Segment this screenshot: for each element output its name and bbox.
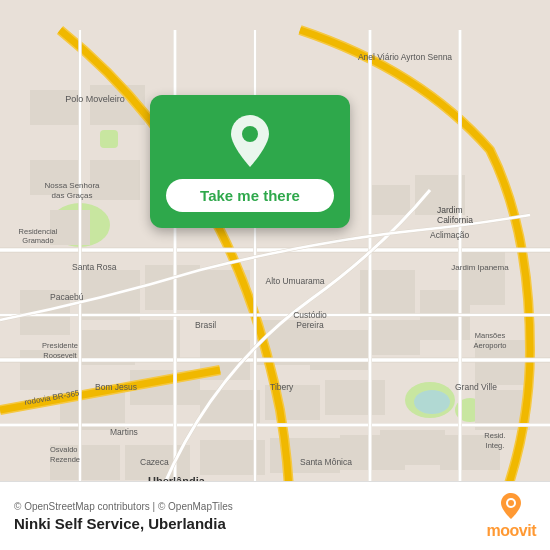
svg-text:Santa Rosa: Santa Rosa	[72, 262, 117, 272]
svg-text:Cazeca: Cazeca	[140, 457, 169, 467]
svg-rect-4	[100, 130, 118, 148]
svg-text:Rezende: Rezende	[50, 455, 80, 464]
svg-point-97	[508, 500, 514, 506]
place-name: Ninki Self Service, Uberlandia	[14, 515, 233, 532]
svg-text:Grand Ville: Grand Ville	[455, 382, 497, 392]
map-background: Polo Moveleiro Anel Viário Ayrton Senna …	[0, 0, 550, 550]
svg-text:Martins: Martins	[110, 427, 138, 437]
bottom-left: © OpenStreetMap contributors | © OpenMap…	[14, 501, 233, 532]
map-container: Polo Moveleiro Anel Viário Ayrton Senna …	[0, 0, 550, 550]
svg-text:Roosevelt: Roosevelt	[43, 351, 77, 360]
svg-point-5	[414, 390, 450, 414]
svg-text:Alto Umuarama: Alto Umuarama	[265, 276, 324, 286]
svg-rect-17	[200, 390, 260, 425]
svg-text:Resid.: Resid.	[484, 431, 505, 440]
moovit-pin-icon	[500, 492, 522, 520]
svg-rect-26	[370, 185, 410, 215]
svg-text:Gramado: Gramado	[22, 236, 53, 245]
svg-text:Aclimação: Aclimação	[430, 230, 469, 240]
svg-text:Mansões: Mansões	[475, 331, 506, 340]
svg-text:Pereira: Pereira	[296, 320, 324, 330]
svg-rect-13	[310, 330, 370, 370]
svg-text:Polo Moveleiro: Polo Moveleiro	[65, 94, 125, 104]
svg-text:Aeroporto: Aeroporto	[474, 341, 507, 350]
moovit-brand-text: moovit	[487, 522, 536, 540]
popup-card: Take me there	[150, 95, 350, 228]
svg-text:Nossa Senhora: Nossa Senhora	[44, 181, 100, 190]
svg-text:Bom Jesus: Bom Jesus	[95, 382, 137, 392]
svg-text:Anel Viário Ayrton Senna: Anel Viário Ayrton Senna	[358, 52, 452, 62]
svg-text:Custódio: Custódio	[293, 310, 327, 320]
svg-rect-14	[370, 320, 420, 355]
svg-text:das Graças: das Graças	[52, 191, 93, 200]
svg-point-95	[242, 126, 258, 142]
svg-text:Residencial: Residencial	[19, 227, 58, 236]
map-attribution: © OpenStreetMap contributors | © OpenMap…	[14, 501, 233, 512]
svg-rect-29	[90, 160, 140, 200]
location-pin-icon	[226, 113, 274, 169]
svg-text:Osvaldo: Osvaldo	[50, 445, 78, 454]
svg-text:Brasil: Brasil	[195, 320, 216, 330]
svg-rect-9	[130, 320, 180, 360]
svg-text:Presidente: Presidente	[42, 341, 78, 350]
svg-text:California: California	[437, 215, 473, 225]
moovit-logo: moovit	[487, 492, 536, 540]
svg-text:Jardim: Jardim	[437, 205, 463, 215]
bottom-bar: © OpenStreetMap contributors | © OpenMap…	[0, 481, 550, 550]
svg-text:Jardim Ipanema: Jardim Ipanema	[451, 263, 509, 272]
svg-text:Santa Mônica: Santa Mônica	[300, 457, 352, 467]
svg-rect-19	[325, 380, 385, 415]
svg-text:Tibery: Tibery	[270, 382, 294, 392]
svg-text:Integ.: Integ.	[486, 441, 505, 450]
svg-rect-16	[460, 250, 505, 305]
take-me-there-button[interactable]: Take me there	[166, 179, 334, 212]
svg-text:Pacaebú: Pacaebú	[50, 292, 84, 302]
